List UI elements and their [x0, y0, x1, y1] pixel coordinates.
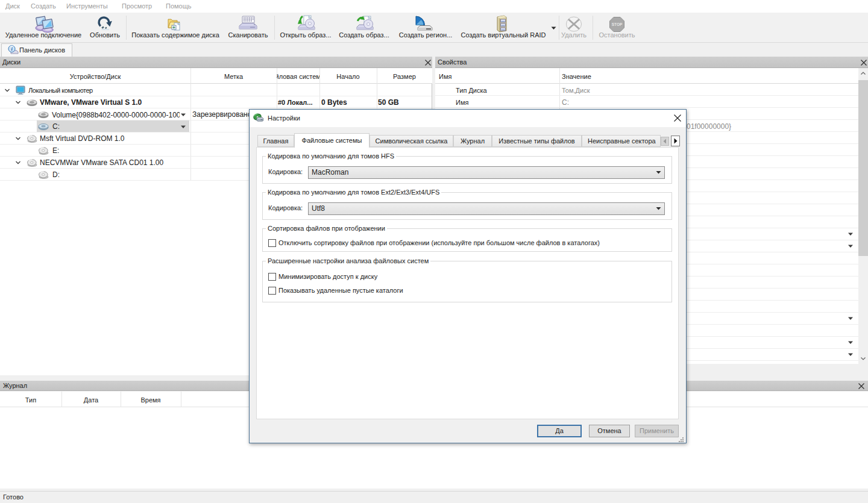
svg-text:STOP: STOP — [612, 22, 623, 27]
